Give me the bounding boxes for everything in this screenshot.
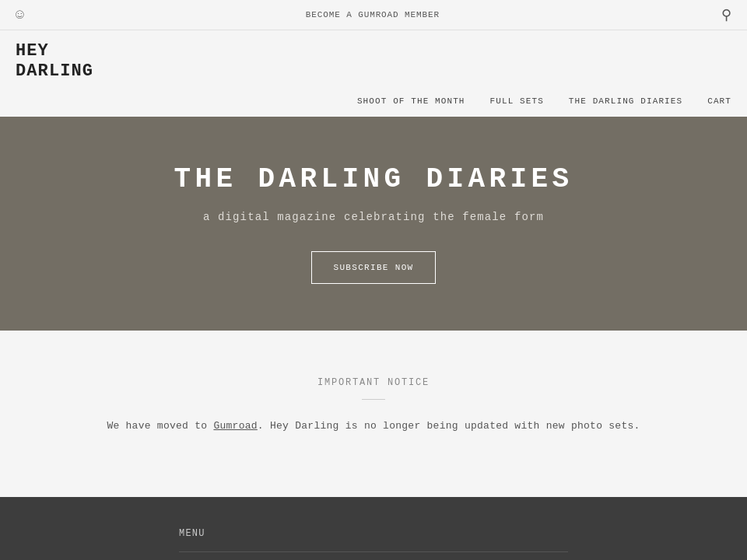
- promo-text: BECOME A GUMROAD MEMBER: [24, 10, 721, 19]
- site-logo[interactable]: HEY DARLING: [16, 41, 93, 82]
- hero-subtitle: a digital magazine celebrating the femal…: [16, 211, 731, 223]
- top-bar: ☺ BECOME A GUMROAD MEMBER ⚲: [0, 0, 747, 30]
- footer: MENU MEMBERS REFUND POLICY U.S.C. 2257 S…: [0, 497, 747, 560]
- nav-full-sets[interactable]: FULL SETS: [490, 96, 544, 106]
- nav-cart[interactable]: CART: [707, 96, 731, 106]
- footer-divider: [179, 551, 568, 552]
- nav-shoot-of-month[interactable]: SHOOT OF THE MONTH: [357, 96, 465, 106]
- search-icon[interactable]: ⚲: [721, 6, 731, 23]
- notice-text: We have moved to Gumroad. Hey Darling is…: [16, 418, 731, 435]
- notice-text-after: . Hey Darling is no longer being updated…: [258, 420, 640, 432]
- user-icon[interactable]: ☺: [16, 7, 24, 23]
- content-section: IMPORTANT NOTICE We have moved to Gumroa…: [0, 331, 747, 497]
- gumroad-link[interactable]: Gumroad: [213, 420, 257, 432]
- main-nav: SHOOT OF THE MONTH FULL SETS THE DARLING…: [0, 82, 747, 117]
- notice-divider: [362, 399, 385, 400]
- nav-darling-diaries[interactable]: THE DARLING DIARIES: [569, 96, 682, 106]
- hero-title: THE DARLING DIARIES: [16, 163, 731, 195]
- notice-title: IMPORTANT NOTICE: [16, 377, 731, 388]
- hero-section: THE DARLING DIARIES a digital magazine c…: [0, 117, 747, 331]
- footer-menu-title: MENU: [179, 528, 568, 539]
- main-header: HEY DARLING: [0, 30, 747, 82]
- notice-text-before: We have moved to: [107, 420, 213, 432]
- footer-inner: MENU MEMBERS REFUND POLICY U.S.C. 2257 S…: [179, 528, 568, 560]
- subscribe-button[interactable]: SUBSCRIBE NOW: [311, 251, 437, 284]
